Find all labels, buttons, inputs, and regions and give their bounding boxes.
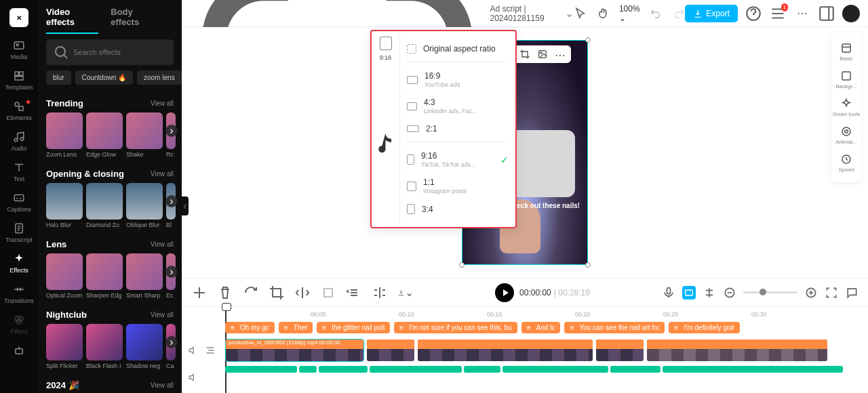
audio-clip[interactable] (502, 366, 608, 373)
sub-clip[interactable]: You can see the nail art frc (564, 322, 665, 333)
tl-delete[interactable] (217, 285, 233, 301)
effect-zoom-lens[interactable]: Zoom Lens (46, 112, 83, 158)
video-track[interactable]: production_id_3997852 (2160p).mp4 00:00:… (225, 339, 868, 362)
aspect-preview-9-16[interactable] (380, 37, 392, 50)
tl-rotate[interactable] (243, 285, 259, 301)
prop-background[interactable]: Backgr... (831, 66, 861, 94)
help-button[interactable] (745, 5, 762, 22)
export-button[interactable]: Export (685, 5, 738, 22)
tl-download[interactable]: ⌄ (397, 285, 414, 301)
prop-basic[interactable]: Basic (831, 38, 861, 66)
effect-smart-sharp[interactable]: Smart Sharp (126, 253, 163, 299)
layout-button[interactable] (818, 5, 835, 22)
nav-transitions[interactable]: Transitions (0, 283, 38, 304)
video-clip[interactable] (417, 339, 593, 362)
audio-clip[interactable] (610, 366, 660, 373)
sub-clip[interactable]: the glitter nail poli (317, 322, 390, 333)
effect-black-flash[interactable]: Black Flash I (86, 324, 123, 369)
nav-effects[interactable]: Effects (0, 253, 38, 274)
crop-icon[interactable] (519, 49, 530, 60)
aspect-2-1[interactable]: 2:1 (407, 119, 509, 142)
more-icon[interactable]: ⋯ (555, 49, 566, 60)
nav-elements[interactable]: Elements (0, 100, 38, 121)
audio-clip[interactable] (299, 366, 317, 373)
collapse-panel-button[interactable]: ‹ (182, 196, 189, 215)
video-clip[interactable]: production_id_3997852 (2160p).mp4 00:00:… (225, 339, 364, 362)
app-logo[interactable]: ✕ (9, 8, 28, 27)
effect-oblique-blur[interactable]: Oblique Blur (126, 183, 163, 228)
caption-track-icon[interactable] (205, 345, 216, 356)
hand-icon[interactable] (597, 7, 610, 20)
tl-freeze[interactable] (320, 285, 336, 301)
effect-shake[interactable]: Shake (126, 112, 163, 158)
tab-video-effects[interactable]: Video effects (46, 7, 98, 34)
audio-clip[interactable] (370, 366, 462, 373)
nav-more[interactable] (0, 344, 38, 358)
chip-blur[interactable]: blur (46, 70, 71, 85)
view-all-2024[interactable]: View all (151, 381, 174, 389)
search-input[interactable] (73, 48, 167, 56)
prop-smart-tools[interactable]: Smart tools (831, 94, 861, 121)
scroll-right-nightclub[interactable]: › (165, 336, 178, 348)
nav-media[interactable]: Media (0, 39, 38, 60)
tl-crop[interactable] (269, 285, 285, 301)
sub-clip[interactable]: Ther (279, 322, 313, 333)
aspect-3-4[interactable]: 3:4 (407, 199, 509, 219)
notifications-button[interactable]: 1 (769, 5, 787, 22)
audio-clip[interactable] (319, 366, 368, 373)
video-clip[interactable] (595, 339, 644, 362)
aspect-1-1[interactable]: 1:1Instagram posts (407, 173, 509, 199)
tl-mic-icon[interactable] (662, 286, 675, 299)
mute-main-icon[interactable] (189, 345, 199, 356)
effect-split-flicker[interactable]: Split Flicker (46, 324, 83, 369)
prop-animation[interactable]: Animat... (831, 121, 861, 149)
tl-zoom-slider[interactable] (743, 291, 797, 293)
view-all-trending[interactable]: View all (151, 100, 174, 107)
scroll-right-lens[interactable]: › (165, 266, 178, 278)
nav-captions[interactable]: Captions (0, 192, 38, 213)
canvas[interactable]: Oh my god, check out these nails! ⋯ (182, 27, 868, 278)
video-clip[interactable] (366, 339, 415, 362)
audio-clip[interactable] (663, 366, 843, 373)
project-dropdown[interactable]: ⌄ (565, 7, 574, 20)
redo-icon[interactable] (672, 7, 685, 20)
audio-track[interactable] (225, 366, 868, 373)
chip-zoom-lens[interactable]: zoom lens (137, 70, 182, 85)
sub-clip[interactable]: Oh my gc (225, 322, 275, 333)
user-avatar[interactable] (842, 5, 860, 22)
cursor-icon[interactable] (574, 7, 587, 20)
prop-speed[interactable]: Speed (831, 149, 861, 177)
project-name[interactable]: Ad script | 202401281159 (490, 4, 561, 23)
nav-transcript[interactable]: Transcript (0, 222, 38, 243)
video-clip[interactable] (646, 339, 828, 362)
tl-zoom-out[interactable] (723, 286, 736, 299)
tl-reorder[interactable] (346, 285, 362, 301)
tl-split[interactable] (372, 285, 388, 301)
effect-diamond-zoom[interactable]: Diamond Zo (86, 183, 123, 228)
tl-split-mode[interactable] (191, 285, 208, 301)
tl-auto-caption[interactable] (682, 286, 696, 299)
resize-handle-br[interactable] (585, 262, 591, 268)
effect-optical-zoom[interactable]: Optical Zoom (46, 253, 83, 299)
aspect-4-3[interactable]: 4:3LinkedIn ads, Fac... (407, 93, 509, 119)
chip-countdown[interactable]: Countdown 🔥 (75, 70, 133, 85)
effect-halo-blur[interactable]: Halo Blur (46, 183, 83, 228)
effect-shadow-neg[interactable]: Shadow neg (126, 324, 163, 369)
tl-fit-icon[interactable] (825, 286, 838, 299)
tl-mirror[interactable] (294, 285, 311, 301)
tab-body-effects[interactable]: Body effects (111, 7, 161, 34)
nav-audio[interactable]: Audio (0, 131, 38, 152)
image-icon[interactable] (537, 49, 548, 60)
tl-align-icon[interactable] (703, 286, 716, 299)
audio-clip[interactable] (464, 366, 500, 373)
sub-clip[interactable]: And lc (521, 322, 561, 333)
nav-text[interactable]: Text (0, 161, 38, 182)
tl-zoom-in[interactable] (804, 286, 818, 299)
aspect-9-16[interactable]: 9:16TikTok, TikTok ads...✓ (407, 146, 509, 173)
more-button[interactable]: ⋯ (793, 5, 811, 22)
sub-clip[interactable]: I'm not sure if you can see this, bu (394, 322, 517, 333)
scroll-right-opening[interactable]: › (165, 195, 178, 207)
zoom-level[interactable]: 100% ⌄ (619, 4, 640, 23)
scroll-right-trending[interactable]: › (165, 125, 178, 137)
view-all-lens[interactable]: View all (151, 241, 174, 248)
